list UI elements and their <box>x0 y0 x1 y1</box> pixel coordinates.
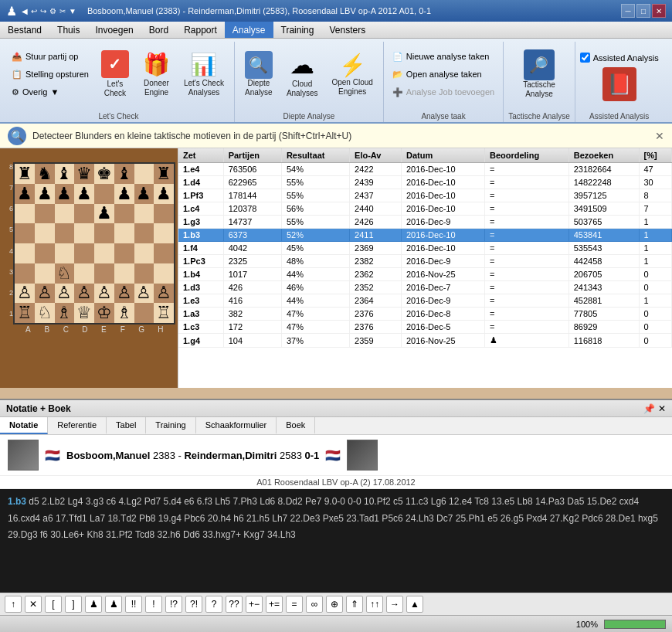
ribbon-btn-cloud[interactable]: ☁ CloudAnalyses <box>281 43 324 105</box>
title-icon-back[interactable]: ◀ <box>22 7 28 15</box>
table-row[interactable]: 1.e476350654%24222016-Dec-10=2318266447 <box>178 163 672 176</box>
ribbon-btn-send-game[interactable]: 📤 Stuur partij op <box>8 48 93 65</box>
symbol-btn-7[interactable]: ! <box>145 596 162 613</box>
symbol-btn-9[interactable]: ?! <box>185 596 202 613</box>
chess-cell-6-4[interactable]: ♙ <box>94 284 114 304</box>
tooltip-close-button[interactable]: ✕ <box>655 130 664 142</box>
ribbon-btn-send-position[interactable]: 📋 Stelling opsturen <box>8 66 93 83</box>
table-row[interactable]: 1.e341644%23642016-Dec-9=4528811 <box>178 294 672 308</box>
chess-cell-6-7[interactable]: ♙ <box>154 284 174 304</box>
chess-cell-3-4[interactable] <box>94 223 114 243</box>
minimize-button[interactable]: ─ <box>621 4 635 18</box>
menu-item-bestand[interactable]: Bestand <box>0 22 49 38</box>
bottom-panel-pin-icon[interactable]: 📌 <box>643 403 655 414</box>
table-row[interactable]: 1.c317247%23762016-Dec-5=869290 <box>178 321 672 334</box>
chess-cell-5-0[interactable] <box>15 263 35 284</box>
moves-area[interactable]: 1.b3 d5 2.Lb2 Lg4 3.g3 c6 4.Lg2 Pd7 5.d4… <box>0 489 672 593</box>
symbol-btn-6[interactable]: !! <box>125 596 142 613</box>
chess-cell-7-4[interactable]: ♔ <box>94 303 114 323</box>
tab-training[interactable]: Training <box>146 417 195 434</box>
chess-cell-0-7[interactable]: ♜ <box>154 164 174 184</box>
title-icon-settings[interactable]: ⚙ <box>49 7 56 15</box>
chess-cell-6-3[interactable]: ♙ <box>74 284 94 304</box>
table-row[interactable]: 1.Pc3232548%23822016-Dec-9=4424581 <box>178 255 672 268</box>
symbol-btn-15[interactable]: ∞ <box>306 596 323 613</box>
chess-cell-2-3[interactable] <box>74 204 94 224</box>
chess-cell-1-1[interactable]: ♟ <box>35 184 55 204</box>
close-button[interactable]: ✕ <box>652 4 666 18</box>
chess-cell-1-4[interactable] <box>94 184 114 204</box>
symbol-btn-17[interactable]: ⇑ <box>346 596 363 613</box>
title-icon-cut[interactable]: ✂ <box>59 7 66 15</box>
chess-cell-1-6[interactable]: ♟ <box>134 184 154 204</box>
chess-cell-1-7[interactable]: ♟ <box>154 184 174 204</box>
symbol-btn-20[interactable]: ▲ <box>406 596 423 613</box>
symbol-btn-1[interactable]: ✕ <box>25 596 42 613</box>
chess-cell-4-4[interactable] <box>94 243 114 263</box>
symbol-btn-19[interactable]: → <box>386 596 403 613</box>
chess-cell-1-5[interactable]: ♟ <box>114 184 134 204</box>
chess-cell-4-1[interactable] <box>35 243 55 263</box>
bottom-panel-close-icon[interactable]: ✕ <box>658 403 666 414</box>
table-row[interactable]: 1.g31473755%24262016-Dec-9=5037651 <box>178 216 672 229</box>
chess-cell-3-5[interactable] <box>114 223 134 243</box>
chess-cell-7-7[interactable]: ♖ <box>154 303 174 323</box>
chess-cell-0-0[interactable]: ♜ <box>15 164 35 184</box>
chess-cell-0-3[interactable]: ♛ <box>74 164 94 184</box>
chess-cell-5-6[interactable] <box>134 263 154 284</box>
symbol-btn-0[interactable]: ↑ <box>5 596 22 613</box>
symbol-btn-5[interactable]: ♟ <box>105 596 122 613</box>
chess-cell-7-3[interactable]: ♕ <box>74 303 94 323</box>
analysis-table-container[interactable]: Zet Partijen Resultaat Elo-Av Datum Beoo… <box>178 148 672 388</box>
chess-cell-4-5[interactable] <box>114 243 134 263</box>
table-row[interactable]: 1.b4101744%23622016-Nov-25=2067050 <box>178 268 672 281</box>
chess-cell-5-3[interactable] <box>74 263 94 284</box>
ribbon-btn-tactisch[interactable]: 🔎 TactischeAnalyse <box>518 43 561 105</box>
symbol-btn-12[interactable]: +− <box>246 596 263 613</box>
chess-cell-2-1[interactable] <box>35 204 55 224</box>
chess-cell-3-6[interactable] <box>134 223 154 243</box>
symbol-btn-4[interactable]: ♟ <box>85 596 102 613</box>
maximize-button[interactable]: □ <box>636 4 650 18</box>
title-icon-redo[interactable]: ↪ <box>40 7 46 15</box>
ribbon-btn-open-analyse[interactable]: 📂 Open analyse taken <box>389 66 498 83</box>
symbol-btn-16[interactable]: ⊕ <box>326 596 343 613</box>
chess-cell-5-5[interactable] <box>114 263 134 284</box>
chess-cell-6-2[interactable]: ♙ <box>55 284 75 304</box>
ribbon-btn-new-analyse[interactable]: 📄 Nieuwe analyse taken <box>389 48 498 65</box>
chess-cell-6-0[interactable]: ♙ <box>15 284 35 304</box>
chess-cell-3-0[interactable] <box>15 223 35 243</box>
tab-boek[interactable]: Boek <box>277 417 315 434</box>
menu-item-rapport[interactable]: Rapport <box>176 22 225 38</box>
symbol-btn-14[interactable]: = <box>286 596 303 613</box>
chess-cell-5-2[interactable]: ♘ <box>55 263 75 284</box>
symbol-btn-3[interactable]: ] <box>65 596 82 613</box>
symbol-btn-13[interactable]: += <box>266 596 283 613</box>
symbol-btn-18[interactable]: ↑↑ <box>366 596 383 613</box>
menu-item-vensters[interactable]: Vensters <box>321 22 373 38</box>
chess-cell-1-2[interactable]: ♟ <box>55 184 75 204</box>
ribbon-btn-letcheck[interactable]: ✓ Let'sCheck <box>96 43 134 105</box>
chess-cell-7-1[interactable]: ♘ <box>35 303 55 323</box>
table-row[interactable]: 1.g410437%23592016-Nov-25♟1168180 <box>178 334 672 348</box>
chess-cell-3-2[interactable] <box>55 223 75 243</box>
chess-cell-7-6[interactable] <box>134 303 154 323</box>
chess-cell-0-6[interactable] <box>134 164 154 184</box>
symbol-btn-2[interactable]: [ <box>45 596 62 613</box>
chess-cell-2-0[interactable] <box>15 204 35 224</box>
chess-cell-2-2[interactable] <box>55 204 75 224</box>
menu-item-training[interactable]: Training <box>273 22 322 38</box>
chess-cell-2-4[interactable]: ♟ <box>94 204 114 224</box>
table-row[interactable]: 1.c412037856%24402016-Dec-10=34915097 <box>178 202 672 216</box>
chess-cell-1-3[interactable]: ♟ <box>74 184 94 204</box>
table-row[interactable]: 1.d462296555%24392016-Dec-10=1482224830 <box>178 176 672 189</box>
symbol-btn-11[interactable]: ?? <box>226 596 243 613</box>
chess-cell-3-3[interactable] <box>74 223 94 243</box>
ribbon-btn-letcheck-analyses[interactable]: 📊 Let's CheckAnalyses <box>178 43 229 105</box>
menu-item-invoegen[interactable]: Invoegen <box>87 22 141 38</box>
chess-board[interactable]: ♜♞♝♛♚♝♜♟♟♟♟♟♟♟♟♘♙♙♙♙♙♙♙♙♖♘♗♕♔♗♖ <box>13 162 175 324</box>
menu-item-thuis[interactable]: Thuis <box>49 22 87 38</box>
chess-cell-0-5[interactable]: ♝ <box>114 164 134 184</box>
chess-cell-6-6[interactable]: ♙ <box>134 284 154 304</box>
title-icon-dropdown[interactable]: ▼ <box>69 7 76 15</box>
